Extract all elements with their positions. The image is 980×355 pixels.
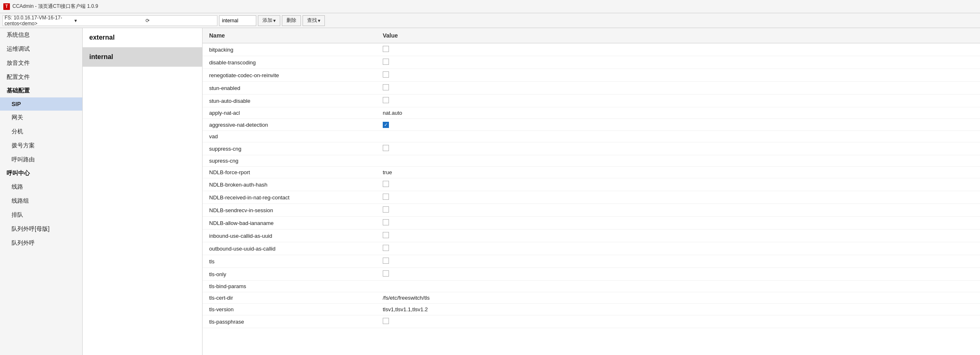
config-name-22: tls-passphrase bbox=[203, 315, 376, 328]
delete-button[interactable]: 删除 bbox=[282, 15, 301, 26]
checkbox-17[interactable] bbox=[383, 258, 389, 264]
config-name-6: aggressive-nat-detection bbox=[203, 119, 376, 131]
checkbox-11[interactable] bbox=[383, 181, 389, 187]
config-value-17[interactable] bbox=[376, 255, 980, 268]
table-row[interactable]: vad bbox=[203, 131, 980, 142]
sidebar-item-outbound-master[interactable]: 队列外呼[母版] bbox=[0, 222, 82, 236]
checkbox-2[interactable] bbox=[383, 71, 389, 78]
config-value-16[interactable] bbox=[376, 242, 980, 255]
table-row[interactable]: outbound-use-uuid-as-callid bbox=[203, 242, 980, 255]
checkbox-0[interactable] bbox=[383, 46, 389, 52]
titlebar: T CCAdmin - 顶页通CTI接口客户端 1.0.9 bbox=[0, 0, 980, 13]
table-row[interactable]: apply-nat-aclnat.auto bbox=[203, 107, 980, 119]
table-row[interactable]: renegotiate-codec-on-reinvite bbox=[203, 69, 980, 82]
config-name-4: stun-auto-disable bbox=[203, 95, 376, 107]
config-name-12: NDLB-received-in-nat-reg-contact bbox=[203, 191, 376, 204]
table-row[interactable]: tls-cert-dir/fs/etc/freeswitch/tls bbox=[203, 292, 980, 304]
sidebar-item-line[interactable]: 线路 bbox=[0, 180, 82, 194]
checkbox-13[interactable] bbox=[383, 206, 389, 213]
config-name-11: NDLB-broken-auth-hash bbox=[203, 178, 376, 191]
config-value-14[interactable] bbox=[376, 217, 980, 230]
sidebar-item-queue[interactable]: 排队 bbox=[0, 208, 82, 222]
table-row[interactable]: supress-cng bbox=[203, 155, 980, 167]
col-name: Name bbox=[203, 28, 376, 43]
checkbox-6[interactable]: ✓ bbox=[383, 122, 389, 128]
sidebar-item-call-route[interactable]: 呼叫路由 bbox=[0, 153, 82, 167]
config-name-10: NDLB-force-rport bbox=[203, 167, 376, 178]
table-row[interactable]: NDLB-allow-bad-iananame bbox=[203, 217, 980, 230]
config-name-19: tls-bind-params bbox=[203, 281, 376, 292]
config-value-12[interactable] bbox=[376, 191, 980, 204]
config-value-15[interactable] bbox=[376, 230, 980, 242]
checkbox-8[interactable] bbox=[383, 145, 389, 151]
config-name-21: tls-version bbox=[203, 304, 376, 315]
profile-item-external[interactable]: external bbox=[83, 28, 202, 47]
table-row[interactable]: bitpacking bbox=[203, 43, 980, 56]
table-row[interactable]: tls bbox=[203, 255, 980, 268]
sidebar-item-basic-config[interactable]: 基础配置 bbox=[0, 84, 82, 97]
add-button[interactable]: 添加 ▾ bbox=[258, 15, 280, 26]
config-value-3[interactable] bbox=[376, 82, 980, 95]
checkbox-18[interactable] bbox=[383, 270, 389, 277]
config-value-1[interactable] bbox=[376, 56, 980, 69]
config-value-13[interactable] bbox=[376, 204, 980, 217]
sidebar-item-line-group[interactable]: 线路组 bbox=[0, 194, 82, 208]
config-value-0[interactable] bbox=[376, 43, 980, 56]
config-value-19 bbox=[376, 281, 980, 292]
table-row[interactable]: tls-only bbox=[203, 268, 980, 281]
config-name-3: stun-enabled bbox=[203, 82, 376, 95]
sidebar-item-audio-files[interactable]: 放音文件 bbox=[0, 56, 82, 70]
config-value-2[interactable] bbox=[376, 69, 980, 82]
checkbox-16[interactable] bbox=[383, 245, 389, 251]
app-logo: T bbox=[3, 3, 10, 10]
table-row[interactable]: suppress-cng bbox=[203, 142, 980, 155]
config-value-18[interactable] bbox=[376, 268, 980, 281]
checkbox-15[interactable] bbox=[383, 232, 389, 238]
table-row[interactable]: aggressive-nat-detection✓ bbox=[203, 119, 980, 131]
checkbox-3[interactable] bbox=[383, 84, 389, 90]
find-button[interactable]: 查找 ▾ bbox=[303, 15, 325, 26]
table-row[interactable]: inbound-use-callid-as-uuid bbox=[203, 230, 980, 242]
config-value-8[interactable] bbox=[376, 142, 980, 155]
config-value-11[interactable] bbox=[376, 178, 980, 191]
checkbox-4[interactable] bbox=[383, 97, 389, 103]
table-row[interactable]: NDLB-broken-auth-hash bbox=[203, 178, 980, 191]
config-value-22[interactable] bbox=[376, 315, 980, 328]
table-row[interactable]: NDLB-received-in-nat-reg-contact bbox=[203, 191, 980, 204]
sidebar-item-config-files[interactable]: 配置文件 bbox=[0, 70, 82, 84]
table-row[interactable]: disable-transcoding bbox=[203, 56, 980, 69]
refresh-icon[interactable]: ⟳ bbox=[145, 18, 215, 24]
checkbox-12[interactable] bbox=[383, 194, 389, 200]
checkbox-22[interactable] bbox=[383, 318, 389, 324]
titlebar-text: CCAdmin - 顶页通CTI接口客户端 1.0.9 bbox=[12, 3, 98, 10]
profile-item-internal[interactable]: internal bbox=[83, 47, 202, 67]
sidebar-item-dial-plan[interactable]: 拨号方案 bbox=[0, 139, 82, 153]
address-text: FS: 10.0.16.17-VM-16-17-centos<demo> bbox=[5, 15, 74, 26]
sidebar-item-call-center[interactable]: 呼叫中心 bbox=[0, 167, 82, 180]
table-row[interactable]: NDLB-sendrecv-in-session bbox=[203, 204, 980, 217]
profile-input[interactable] bbox=[219, 15, 256, 26]
table-row[interactable]: tls-bind-params bbox=[203, 281, 980, 292]
sidebar-item-ops-debug[interactable]: 运维调试 bbox=[0, 42, 82, 56]
sidebar-item-sip[interactable]: SIP bbox=[0, 97, 82, 111]
table-row[interactable]: tls-passphrase bbox=[203, 315, 980, 328]
sidebar-item-extension[interactable]: 分机 bbox=[0, 125, 82, 139]
table-row[interactable]: tls-versiontlsv1,tlsv1.1,tlsv1.2 bbox=[203, 304, 980, 315]
config-name-5: apply-nat-acl bbox=[203, 107, 376, 119]
config-name-0: bitpacking bbox=[203, 43, 376, 56]
table-row[interactable]: stun-enabled bbox=[203, 82, 980, 95]
table-row[interactable]: NDLB-force-rporttrue bbox=[203, 167, 980, 178]
checkbox-14[interactable] bbox=[383, 219, 389, 225]
sidebar-item-system-info[interactable]: 系统信息 bbox=[0, 28, 82, 42]
sidebar-item-gateway[interactable]: 网关 bbox=[0, 111, 82, 125]
checkbox-1[interactable] bbox=[383, 59, 389, 65]
address-dropdown-icon[interactable]: ▾ bbox=[74, 18, 144, 24]
toolbar: FS: 10.0.16.17-VM-16-17-centos<demo> ▾ ⟳… bbox=[0, 13, 980, 28]
config-value-4[interactable] bbox=[376, 95, 980, 107]
table-row[interactable]: stun-auto-disable bbox=[203, 95, 980, 107]
main-area: 系统信息运维调试放音文件配置文件基础配置SIP网关分机拨号方案呼叫路由呼叫中心线… bbox=[0, 28, 980, 355]
config-value-6[interactable]: ✓ bbox=[376, 119, 980, 131]
config-value-20: /fs/etc/freeswitch/tls bbox=[376, 292, 980, 304]
config-name-7: vad bbox=[203, 131, 376, 142]
sidebar-item-outbound[interactable]: 队列外呼 bbox=[0, 236, 82, 250]
